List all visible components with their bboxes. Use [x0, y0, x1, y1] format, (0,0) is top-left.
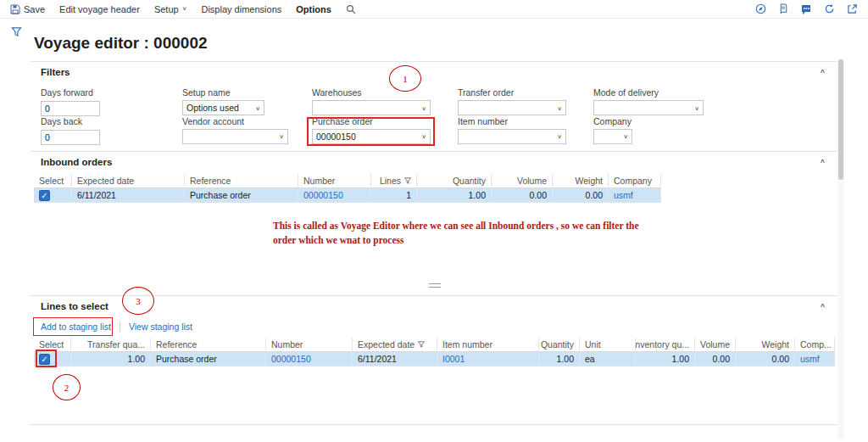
- setup-name-select[interactable]: Options used∨: [182, 100, 264, 115]
- grid-resize-handle[interactable]: [429, 283, 441, 288]
- chevron-down-icon: ∨: [694, 104, 699, 110]
- guide-book-icon[interactable]: [777, 3, 789, 15]
- company-field: Company ∨: [593, 116, 632, 144]
- collapse-chevron-icon[interactable]: ∧: [820, 158, 826, 165]
- volume-cell: 0.00: [492, 188, 553, 203]
- lines-actions: Add to staging list View staging list: [37, 320, 196, 333]
- vertical-scrollbar: [837, 59, 844, 439]
- chevron-down-icon: ∨: [182, 6, 187, 12]
- item-number-link[interactable]: I0001: [442, 354, 465, 364]
- order-number-link[interactable]: 00000150: [271, 354, 311, 364]
- refresh-icon[interactable]: [823, 3, 835, 15]
- select-cell: ✓: [34, 188, 72, 203]
- days-back-input[interactable]: [41, 130, 100, 145]
- days-forward-field: Days forward: [41, 87, 100, 116]
- expected-date-cell: 6/11/2021: [353, 352, 437, 366]
- company-label: Company: [593, 116, 632, 126]
- col-volume[interactable]: Volume: [695, 338, 736, 352]
- lines-table-row[interactable]: ✓ 1.00 Purchase order 00000150 6/11/2021…: [34, 352, 835, 366]
- weight-cell: 0.00: [736, 352, 795, 366]
- row-checkbox[interactable]: ✓: [39, 190, 50, 201]
- save-button[interactable]: Save: [10, 4, 45, 14]
- warehouses-field: Warehouses ∨: [312, 87, 431, 115]
- days-back-field: Days back: [41, 116, 100, 145]
- reference-cell: Purchase order: [185, 188, 298, 203]
- days-forward-input[interactable]: [41, 101, 100, 116]
- col-expected-date[interactable]: Expected date: [353, 338, 437, 352]
- transfer-qty-cell: 1.00: [71, 352, 151, 366]
- col-quantity[interactable]: Quantity: [417, 174, 492, 188]
- purchase-order-field: Purchase order 00000150∨: [312, 116, 431, 144]
- view-staging-list-button[interactable]: View staging list: [125, 320, 196, 333]
- collapse-chevron-icon[interactable]: ∧: [820, 302, 826, 309]
- display-dimensions-button[interactable]: Display dimensions: [201, 4, 281, 14]
- options-tab[interactable]: Options: [296, 4, 331, 14]
- warehouses-select[interactable]: ∨: [312, 100, 431, 115]
- purchase-order-select[interactable]: 00000150∨: [312, 129, 431, 144]
- col-company[interactable]: Comp...: [795, 338, 835, 352]
- scrollbar-thumb[interactable]: [838, 59, 843, 180]
- chat-bubble-icon[interactable]: [800, 3, 812, 15]
- row-checkbox[interactable]: ✓: [39, 354, 50, 365]
- inbound-header-row: Select Expected date Reference Number Li…: [34, 174, 661, 188]
- volume-cell: 0.00: [695, 352, 736, 366]
- col-unit[interactable]: Unit: [580, 338, 636, 352]
- navigation-compass-icon[interactable]: [754, 3, 766, 15]
- col-quantity[interactable]: Quantity: [539, 338, 580, 352]
- col-lines[interactable]: Lines: [371, 174, 417, 188]
- filters-section: Filters ∧ Days forward Setup name Option…: [31, 61, 837, 151]
- collapse-chevron-icon[interactable]: ∧: [820, 68, 826, 75]
- order-number-link[interactable]: 00000150: [303, 190, 343, 200]
- col-expected-date[interactable]: Expected date: [72, 174, 185, 188]
- vendor-account-select[interactable]: ∨: [182, 129, 288, 144]
- chevron-down-icon: ∨: [557, 133, 562, 139]
- quantity-cell: 1.00: [539, 352, 580, 366]
- item-number-select[interactable]: ∨: [458, 129, 566, 144]
- mode-of-delivery-field: Mode of delivery ∨: [593, 87, 704, 115]
- col-weight[interactable]: Weight: [736, 338, 795, 352]
- col-number[interactable]: Number: [298, 174, 371, 188]
- mode-of-delivery-label: Mode of delivery: [593, 87, 704, 98]
- expected-date-cell: 6/11/2021: [72, 188, 185, 203]
- save-icon: [10, 4, 20, 14]
- company-select[interactable]: ∨: [593, 129, 632, 144]
- col-transfer-qty[interactable]: Transfer qua...: [71, 338, 151, 352]
- company-link[interactable]: usmf: [800, 354, 820, 364]
- item-number-field: Item number ∨: [458, 116, 566, 144]
- col-reference[interactable]: Reference: [185, 174, 298, 188]
- warehouses-label: Warehouses: [312, 87, 431, 98]
- chevron-down-icon: ∨: [421, 133, 426, 139]
- col-weight[interactable]: Weight: [553, 174, 609, 188]
- inbound-orders-table: Select Expected date Reference Number Li…: [34, 174, 661, 203]
- col-number[interactable]: Number: [266, 338, 353, 352]
- mode-of-delivery-select[interactable]: ∨: [593, 100, 704, 115]
- col-select[interactable]: Select: [34, 338, 71, 352]
- inbound-orders-section: Inbound orders ∧ Select Expected date Re…: [31, 151, 837, 295]
- select-cell: ✓: [34, 352, 71, 366]
- search-icon[interactable]: [346, 4, 356, 14]
- col-volume[interactable]: Volume: [492, 174, 553, 188]
- number-cell: 00000150: [266, 352, 353, 366]
- transfer-order-label: Transfer order: [458, 87, 566, 98]
- save-label: Save: [24, 4, 45, 14]
- page-title: Voyage editor : 000002: [34, 34, 208, 53]
- lines-header-row: Select Transfer qua... Reference Number …: [34, 338, 835, 352]
- col-item-number[interactable]: Item number: [437, 338, 539, 352]
- filter-funnel-icon[interactable]: [11, 25, 22, 41]
- setup-menu-button[interactable]: Setup ∨: [154, 4, 187, 14]
- add-to-staging-list-button[interactable]: Add to staging list: [37, 320, 114, 333]
- company-link[interactable]: usmf: [614, 190, 633, 200]
- unit-cell: ea: [580, 352, 636, 366]
- transfer-order-select[interactable]: ∨: [458, 100, 566, 115]
- setup-name-field: Setup name Options used∨: [182, 87, 264, 115]
- edit-voyage-header-button[interactable]: Edit voyage header: [59, 4, 140, 14]
- popout-icon[interactable]: [846, 3, 858, 15]
- setup-name-label: Setup name: [182, 87, 264, 98]
- inbound-table-row[interactable]: ✓ 6/11/2021 Purchase order 00000150 1 1.…: [34, 188, 661, 203]
- col-company[interactable]: Company: [609, 174, 661, 188]
- chevron-down-icon: ∨: [279, 133, 284, 139]
- chevron-down-icon: ∨: [255, 104, 260, 110]
- col-select[interactable]: Select: [34, 174, 72, 188]
- col-inventory-qty[interactable]: Inventory qu...: [636, 338, 695, 352]
- col-reference[interactable]: Reference: [151, 338, 266, 352]
